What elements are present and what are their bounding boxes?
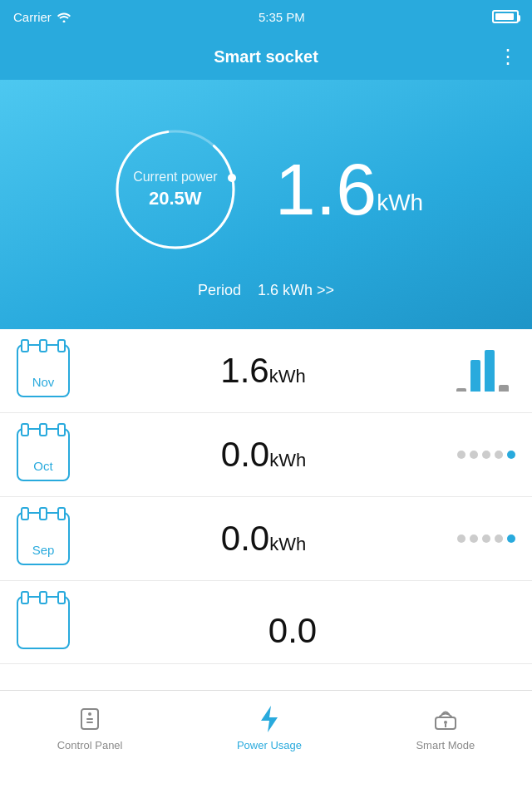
cal-ring — [57, 423, 66, 436]
wifi-icon — [57, 11, 71, 22]
cal-ring — [57, 339, 66, 352]
cal-ring — [39, 339, 47, 352]
chart-dot — [507, 451, 515, 459]
period-label: Period — [198, 282, 241, 299]
cal-ring — [21, 591, 29, 604]
battery-icon — [492, 10, 519, 23]
main-content: Current power 20.5W 1.6 kWh Period 1.6 k… — [0, 80, 532, 765]
nav-label-power-usage: Power Usage — [237, 739, 302, 751]
list-item[interactable]: Aug 0.0 — [0, 581, 532, 664]
bar — [485, 350, 495, 392]
svg-rect-6 — [86, 722, 93, 723]
dot-chart-sep — [457, 518, 515, 559]
nav-label-smart-mode: Smart Mode — [416, 739, 475, 751]
chart-dot — [457, 451, 466, 459]
gauge-label: Current power — [133, 170, 217, 185]
calendar-icon-oct: Oct — [17, 428, 70, 481]
list-item[interactable]: Nov 1.6kWh — [0, 329, 532, 413]
kwh-unit: kWh — [377, 190, 423, 216]
more-menu-button[interactable]: ⋮ — [498, 47, 519, 66]
calendar-icon-sep: Sep — [17, 512, 70, 565]
nav-item-control-panel[interactable]: Control Panel — [57, 704, 123, 751]
cal-ring — [57, 591, 66, 604]
bar — [456, 388, 466, 392]
chart-dot — [482, 534, 490, 543]
chart-dot — [470, 451, 478, 459]
wifi-device-icon — [431, 704, 461, 734]
chart-dot — [495, 451, 503, 459]
month-label: Oct — [33, 459, 52, 473]
month-kwh-aug: 0.0 — [70, 594, 515, 651]
hero-section: Current power 20.5W 1.6 kWh Period 1.6 k… — [0, 80, 532, 329]
calendar-icon-nov: Nov — [17, 344, 70, 397]
list-item[interactable]: Sep 0.0kWh — [0, 497, 532, 581]
svg-rect-5 — [86, 718, 93, 720]
gauge-value: 20.5W — [133, 188, 217, 209]
hero-kwh: 1.6 kWh — [275, 153, 423, 226]
bar-chart-nov — [456, 350, 509, 392]
bottom-nav: Control Panel Power Usage — [0, 690, 532, 765]
cal-ring — [21, 423, 29, 436]
month-kwh-sep: 0.0kWh — [70, 519, 457, 559]
svg-marker-7 — [261, 706, 278, 732]
chart-dot — [482, 451, 490, 459]
carrier-info: Carrier — [13, 10, 71, 24]
cal-ring — [39, 423, 47, 436]
hero-top: Current power 20.5W 1.6 kWh — [17, 96, 515, 282]
calendar-icon-aug: Aug — [17, 596, 70, 649]
cal-ring — [39, 591, 47, 604]
chart-dot — [507, 534, 515, 543]
month-label: Nov — [32, 375, 55, 389]
period-row[interactable]: Period 1.6 kWh >> — [198, 282, 334, 313]
chart-dot — [457, 534, 466, 543]
app-header: Smart socket ⋮ — [0, 33, 532, 80]
chart-dot — [495, 534, 503, 543]
cal-ring — [21, 507, 29, 520]
chart-dot — [470, 534, 478, 543]
cal-ring — [57, 507, 66, 520]
lightning-icon — [254, 704, 284, 734]
nav-item-power-usage[interactable]: Power Usage — [237, 704, 302, 751]
nav-item-smart-mode[interactable]: Smart Mode — [416, 704, 475, 751]
cal-ring — [21, 339, 29, 352]
month-label: Sep — [32, 543, 55, 557]
app-title: Smart socket — [214, 47, 318, 66]
bar — [499, 385, 509, 392]
svg-point-4 — [88, 712, 91, 716]
month-kwh-oct: 0.0kWh — [70, 435, 457, 475]
time-display: 5:35 PM — [259, 10, 305, 24]
list-item[interactable]: Oct 0.0kWh — [0, 413, 532, 497]
power-gauge: Current power 20.5W — [109, 123, 242, 256]
kwh-number: 1.6 — [275, 153, 377, 226]
bar — [470, 360, 480, 392]
carrier-text: Carrier — [13, 10, 52, 24]
remote-icon — [75, 704, 105, 734]
svg-point-2 — [228, 174, 236, 182]
cal-ring — [39, 507, 47, 520]
period-value: 1.6 kWh >> — [258, 282, 334, 299]
svg-point-9 — [444, 721, 447, 724]
nav-label-control-panel: Control Panel — [57, 739, 123, 751]
month-kwh-nov: 1.6kWh — [70, 351, 456, 391]
status-bar: Carrier 5:35 PM — [0, 0, 532, 33]
dot-chart-oct — [457, 434, 515, 475]
